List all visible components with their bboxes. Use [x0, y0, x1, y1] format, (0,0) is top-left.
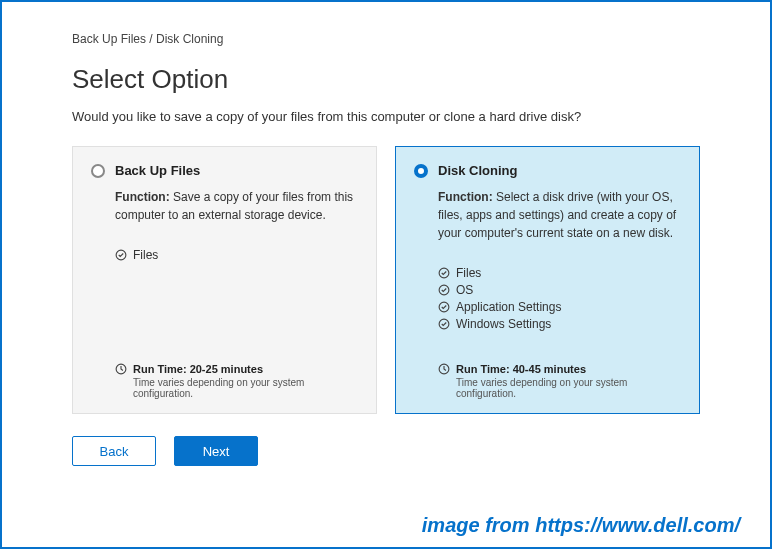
watermark: image from https://www.dell.com/ — [422, 514, 740, 537]
option-card-backup[interactable]: Back Up Files Function: Save a copy of y… — [72, 146, 377, 414]
check-icon — [438, 267, 450, 279]
breadcrumb: Back Up Files / Disk Cloning — [72, 32, 700, 46]
check-icon — [438, 318, 450, 330]
page-title: Select Option — [72, 64, 700, 95]
feature-item: OS — [438, 283, 681, 297]
feature-item: Files — [115, 248, 358, 262]
feature-item: Application Settings — [438, 300, 681, 314]
card-title-backup: Back Up Files — [115, 163, 200, 178]
clock-icon — [115, 363, 127, 375]
runtime-clone: Run Time: 40-45 minutes — [438, 363, 681, 375]
clock-icon — [438, 363, 450, 375]
next-button[interactable]: Next — [174, 436, 258, 466]
radio-backup[interactable] — [91, 164, 105, 178]
radio-clone[interactable] — [414, 164, 428, 178]
runtime-note-backup: Time varies depending on your system con… — [115, 377, 358, 399]
function-backup: Function: Save a copy of your files from… — [115, 188, 358, 224]
runtime-note-clone: Time varies depending on your system con… — [438, 377, 681, 399]
feature-item: Windows Settings — [438, 317, 681, 331]
subtitle: Would you like to save a copy of your fi… — [72, 109, 700, 124]
features-clone: Files OS Application Settings Windows Se… — [438, 266, 681, 351]
features-backup: Files — [115, 248, 358, 351]
back-button[interactable]: Back — [72, 436, 156, 466]
check-icon — [438, 284, 450, 296]
function-clone: Function: Select a disk drive (with your… — [438, 188, 681, 242]
option-card-clone[interactable]: Disk Cloning Function: Select a disk dri… — [395, 146, 700, 414]
card-title-clone: Disk Cloning — [438, 163, 517, 178]
check-icon — [115, 249, 127, 261]
check-icon — [438, 301, 450, 313]
runtime-backup: Run Time: 20-25 minutes — [115, 363, 358, 375]
feature-item: Files — [438, 266, 681, 280]
